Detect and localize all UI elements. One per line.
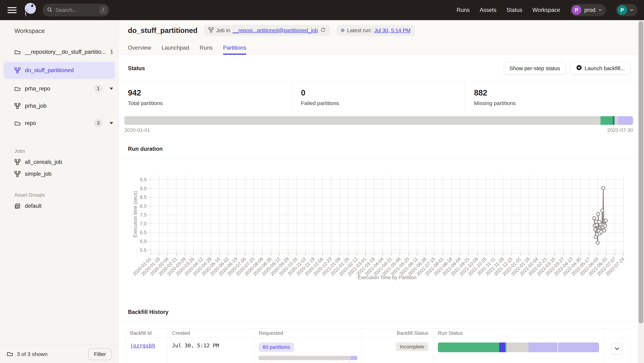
status-heading: Status — [128, 65, 145, 72]
run-status-bar[interactable] — [438, 342, 599, 352]
partition-bar-end: 2022-07-30 — [607, 127, 633, 133]
scrollbar-thumb[interactable] — [638, 21, 643, 324]
bar-segment — [438, 342, 499, 352]
folder-icon — [14, 49, 20, 55]
bar-segment — [259, 356, 350, 360]
svg-text:5.5: 5.5 — [140, 248, 146, 253]
deployment-switcher[interactable]: P prod — [570, 4, 606, 16]
bar-segment — [618, 116, 633, 125]
latest-run-link[interactable]: Jul 30, 5:14 PM — [374, 28, 411, 34]
sidebar-item-label: prha_repo — [25, 86, 50, 92]
job-icon — [14, 159, 20, 165]
sidebar-item-repo[interactable]: repo3 — [0, 114, 118, 132]
nav-link-workspace[interactable]: Workspace — [532, 7, 560, 13]
stat-value: 882 — [474, 88, 638, 97]
job-chip-prefix: Job in — [216, 28, 230, 34]
partition-bar-labels: 2020-01-01 2022-07-30 — [124, 127, 633, 133]
svg-text:Execution Time by Partition: Execution Time by Partition — [358, 275, 416, 280]
search-input[interactable]: Search... / — [42, 4, 109, 16]
sidebar-footer: 3 of 3 shown Filter — [0, 345, 118, 363]
refresh-icon[interactable] — [320, 27, 326, 34]
tab-runs[interactable]: Runs — [200, 44, 213, 55]
stat-missing-partitions: 882Missing partitions — [465, 82, 638, 110]
sidebar-title: Workspace — [14, 27, 45, 34]
status-section-header: Status Show per-step status Launch backf… — [119, 55, 638, 82]
job-tabs: OverviewLaunchpadRunsPartitions — [128, 44, 246, 55]
caret-down-icon[interactable] — [110, 122, 113, 124]
partition-status-bar[interactable] — [124, 116, 633, 125]
sidebar-item-selected-pill[interactable]: do_stuff_partitioned — [4, 62, 115, 79]
svg-text:7.5: 7.5 — [140, 212, 146, 218]
sidebar-item-all-cereals-job[interactable]: all_cereals_job — [0, 156, 118, 168]
dagster-logo[interactable] — [22, 2, 38, 18]
created-value: Jul 30, 5:12 PM — [172, 342, 219, 348]
bar-segment — [613, 116, 614, 125]
expand-row-button[interactable] — [611, 343, 623, 354]
sidebar-item-prha-repo[interactable]: prha_repo1 — [0, 80, 118, 97]
sidebar-item-prha-job[interactable]: prha_job — [0, 97, 118, 114]
run-status-dot — [341, 28, 344, 32]
latest-run-chip: Latest run: Jul 30, 5:14 PM — [336, 25, 415, 36]
table-cell-requested: 60 partitions2020-01-012022-07-30 — [254, 338, 362, 363]
sidebar-item-simple-job[interactable]: simple_job — [0, 168, 118, 180]
stat-total-partitions: 942Total partitions — [119, 82, 292, 110]
caret-down-icon[interactable] — [110, 88, 113, 90]
job-location-link[interactable]: __reposi...artitioned@partitioned_job — [232, 28, 318, 34]
svg-text:9.5: 9.5 — [140, 177, 146, 182]
workspace-sidebar: Workspace __repository__do_stuff_partiti… — [0, 20, 119, 363]
filter-button[interactable]: Filter — [88, 348, 112, 360]
deployment-label: prod — [584, 7, 596, 13]
group-label-jobs: Jobs — [0, 146, 118, 156]
nav-links: RunsAssetsStatusWorkspace — [456, 7, 560, 13]
stat-failed-partitions: 0Failed partitions — [292, 82, 465, 110]
tab-partitions[interactable]: Partitions — [223, 44, 246, 55]
sidebar-item-do-stuff-partitioned[interactable]: do_stuff_partitioned — [0, 60, 118, 80]
bar-segment — [528, 342, 557, 352]
svg-text:7.0: 7.0 — [140, 221, 146, 226]
app-root: Search... / RunsAssetsStatusWorkspace P … — [0, 0, 644, 363]
nav-link-assets[interactable]: Assets — [480, 7, 496, 13]
sidebar-item-default[interactable]: default — [0, 200, 118, 212]
backfill-id-link[interactable]: jozrgsbh — [130, 342, 155, 348]
nav-link-status[interactable]: Status — [506, 7, 522, 13]
backfill-history-heading: Backfill History — [128, 309, 168, 315]
tab-overview[interactable]: Overview — [128, 44, 151, 55]
launch-backfill-button[interactable]: Launch backfill... — [570, 62, 630, 75]
tab-launchpad[interactable]: Launchpad — [162, 44, 189, 55]
navbar-right-group: RunsAssetsStatusWorkspace P prod P — [456, 4, 638, 16]
partition-status-bar-block: 2020-01-01 2022-07-30 — [124, 116, 633, 133]
user-menu[interactable]: P — [616, 4, 638, 16]
bar-segment — [505, 342, 506, 352]
stat-value: 0 — [301, 88, 465, 97]
table-cell-created: Jul 30, 5:12 PM — [167, 338, 254, 363]
nav-link-runs[interactable]: Runs — [456, 7, 470, 13]
job-header: do_stuff_partitioned Job in __reposi...a… — [119, 20, 638, 55]
job-icon — [14, 171, 20, 177]
requested-progress-bar — [259, 356, 357, 360]
navbar-left-group: Search... / — [6, 2, 109, 18]
table-cell-backfill-id: jozrgsbh — [126, 338, 167, 363]
sidebar-item-label: do_stuff_partitioned — [25, 67, 74, 74]
table-cell-backfill-status: Incomplete — [362, 338, 433, 363]
group-gap — [0, 180, 118, 190]
table-header-requested: Requested — [254, 329, 362, 338]
stat-label: Failed partitions — [301, 100, 465, 106]
svg-text:6.5: 6.5 — [140, 230, 146, 235]
search-icon — [47, 7, 52, 13]
page-scrollbar[interactable] — [638, 20, 644, 363]
job-location-chip: Job in __reposi...artitioned@partitioned… — [204, 25, 330, 36]
sidebar-item-repository-do-stuff-partitio[interactable]: __repository__do_stuff_partitio...1 — [0, 43, 118, 60]
job-icon — [14, 67, 20, 74]
requested-partitions-chip[interactable]: 60 partitions — [259, 342, 294, 352]
svg-text:8.5: 8.5 — [140, 195, 146, 200]
asset-group-icon — [14, 203, 20, 209]
bar-segment — [350, 356, 357, 360]
requested-end-label: 2022-07-30 — [335, 362, 357, 363]
svg-text:8.0: 8.0 — [140, 204, 146, 209]
item-count-badge: 3 — [94, 119, 102, 127]
show-per-step-status-button[interactable]: Show per-step status — [504, 62, 566, 75]
menu-icon[interactable] — [6, 6, 18, 14]
requested-bar-labels: 2020-01-012022-07-30 — [259, 362, 357, 363]
sidebar-groups: Jobsall_cereals_jobsimple_jobAsset Group… — [0, 146, 118, 212]
table-cell-run-status — [433, 338, 604, 363]
